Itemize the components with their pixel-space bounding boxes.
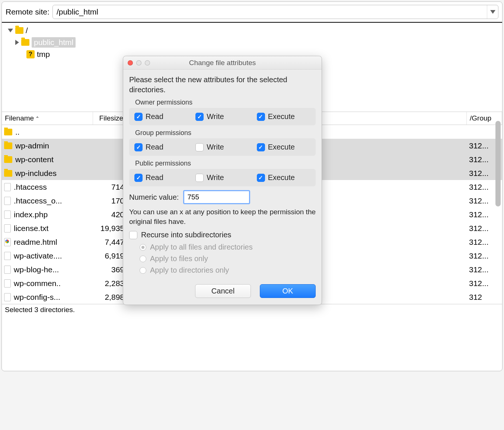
folder-icon (4, 156, 12, 163)
file-name: wp-config-s... (14, 293, 60, 302)
file-owner-group: 312... (467, 265, 502, 274)
file-owner-group: 312... (467, 251, 502, 260)
chevron-down-icon (490, 10, 495, 14)
group-execute-checkbox[interactable] (257, 143, 265, 151)
scrollbar[interactable] (495, 121, 501, 206)
file-name: license.txt (14, 224, 48, 233)
numeric-value-input[interactable] (183, 190, 250, 204)
file-name: readme.html (14, 238, 57, 247)
file-name: wp-commen.. (14, 279, 61, 288)
file-size: 2,898 (93, 293, 127, 302)
tree-item-label: tmp (37, 50, 50, 59)
group-read-checkbox[interactable] (134, 143, 143, 151)
file-icon (4, 197, 11, 205)
public-permissions: Read Write Execute (129, 169, 316, 186)
public-execute-checkbox[interactable] (257, 174, 265, 182)
file-name: .htaccess (14, 183, 47, 192)
file-size: 2,283 (93, 279, 127, 288)
owner-write-checkbox[interactable] (195, 113, 204, 121)
file-size: 7,447 (93, 238, 127, 247)
file-size: 19,935 (93, 224, 127, 233)
remote-site-label: Remote site: (6, 7, 50, 16)
recurse-row: Recurse into subdirectories (129, 231, 316, 239)
file-owner-group: 312... (467, 238, 502, 247)
recurse-label: Recurse into subdirectories (141, 231, 231, 239)
remote-site-dropdown[interactable] (487, 5, 498, 19)
file-icon (4, 211, 11, 219)
file-size: 714 (93, 183, 127, 192)
folder-icon (15, 27, 23, 34)
file-size: 6,919 (93, 251, 127, 260)
file-icon (4, 266, 11, 274)
file-name: .. (15, 128, 20, 137)
file-icon (4, 293, 11, 301)
apply-files-radio (140, 256, 146, 262)
column-filesize[interactable]: Filesize (93, 112, 127, 125)
remote-site-input[interactable] (53, 5, 487, 19)
public-write-checkbox[interactable] (195, 174, 204, 182)
change-attributes-dialog: Change file attributes Please select the… (123, 56, 322, 305)
file-icon (4, 224, 11, 232)
numeric-value-label: Numeric value: (129, 193, 179, 202)
numeric-value-row: Numeric value: (129, 190, 316, 204)
dialog-intro: Please select the new attributes for the… (129, 75, 316, 95)
file-owner-group: 312 (467, 293, 502, 302)
status-bar: Selected 3 directories. (2, 304, 502, 315)
folder-icon (4, 129, 12, 135)
tree-expand-icon[interactable] (15, 40, 19, 45)
remote-site-field-wrap (52, 5, 498, 19)
column-filename[interactable]: Filename ⌃ (2, 112, 93, 125)
public-read-checkbox[interactable] (134, 174, 143, 182)
file-owner-group: 312... (467, 279, 502, 288)
group-permissions: Read Write Execute (129, 138, 316, 156)
dialog-buttons: Cancel OK (129, 284, 316, 298)
hint-text: You can use an x at any position to keep… (129, 207, 316, 226)
file-name: wp-admin (15, 141, 49, 150)
file-name: wp-activate.... (14, 251, 62, 260)
file-size: 369 (93, 265, 127, 274)
file-owner-group: 312... (467, 224, 502, 233)
file-icon (4, 183, 11, 191)
recurse-checkbox[interactable] (129, 231, 137, 239)
tree-root[interactable]: / (8, 25, 496, 36)
file-name: wp-content (15, 155, 54, 164)
dialog-title: Change file attributes (128, 59, 317, 67)
file-size: 420 (93, 210, 127, 219)
tree-expand-icon[interactable] (8, 29, 13, 32)
tree-root-label: / (26, 26, 28, 35)
folder-icon (4, 170, 12, 177)
owner-read-checkbox[interactable] (134, 113, 143, 121)
apply-dirs-radio (140, 267, 146, 274)
file-name: wp-includes (15, 169, 57, 178)
file-name: index.php (14, 210, 48, 219)
remote-site-row: Remote site: (2, 2, 502, 23)
file-icon (4, 252, 11, 260)
file-icon (4, 238, 11, 246)
folder-icon (4, 142, 12, 149)
tree-item-label: public_html (32, 37, 76, 48)
owner-permissions-label: Owner permissions (135, 99, 316, 106)
dialog-titlebar[interactable]: Change file attributes (123, 56, 322, 70)
file-size: 170 (93, 196, 127, 205)
recurse-radio-group: Apply to all files and directories Apply… (140, 241, 316, 276)
owner-permissions: Read Write Execute (129, 108, 316, 125)
tree-item-public-html[interactable]: public_html (15, 36, 496, 49)
folder-icon (21, 39, 29, 46)
file-icon (4, 279, 11, 288)
ok-button[interactable]: OK (260, 284, 316, 298)
file-name: .htaccess_o... (14, 196, 62, 205)
file-owner-group: 312... (467, 210, 502, 219)
group-write-checkbox[interactable] (195, 143, 204, 151)
file-name: wp-blog-he... (14, 265, 59, 274)
cancel-button[interactable]: Cancel (195, 284, 251, 298)
apply-all-radio (140, 244, 146, 251)
unknown-folder-icon: ? (26, 50, 35, 58)
owner-execute-checkbox[interactable] (257, 113, 265, 121)
public-permissions-label: Public permissions (135, 160, 316, 167)
dialog-body: Please select the new attributes for the… (123, 70, 322, 305)
sort-ascending-icon: ⌃ (35, 116, 39, 121)
group-permissions-label: Group permissions (135, 129, 316, 137)
